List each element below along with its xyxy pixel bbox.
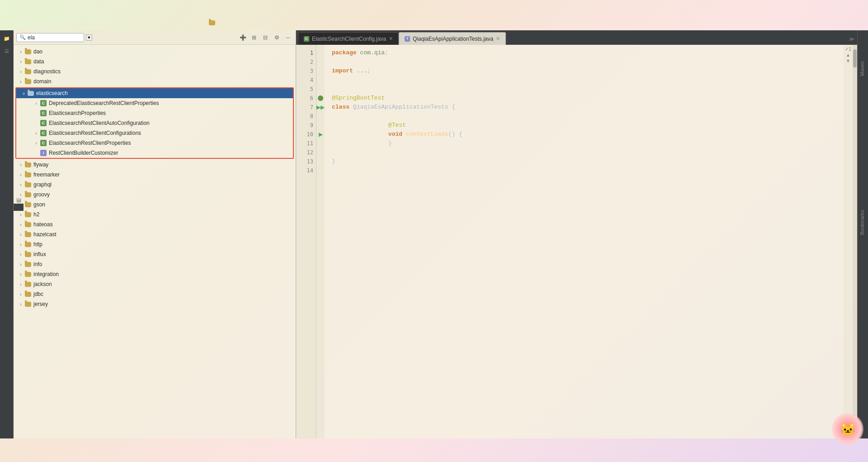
tree-item-groovy[interactable]: › groovy [14, 190, 296, 200]
expand-icon-h2[interactable]: › [17, 211, 24, 218]
tab-close-qiaqia-tests[interactable]: ✕ [496, 36, 500, 42]
code-line-12 [332, 148, 836, 157]
tree-item-hateoas[interactable]: › hateoas [14, 219, 296, 229]
tab-elastic-client-config[interactable]: C ElasticSearchClientConfig.java ✕ [298, 32, 399, 45]
file-tree[interactable]: › dao › data › diagnostics [14, 45, 296, 438]
tree-item-influx[interactable]: › influx [14, 249, 296, 259]
tree-item-domain[interactable]: › domain [14, 76, 296, 86]
tree-item-dao[interactable]: › dao [14, 47, 296, 57]
tree-label-client-props: ElasticsearchRestClientProperties [49, 140, 293, 146]
tree-item-flyway[interactable]: › flyway [14, 160, 296, 170]
vertical-scrollbar[interactable] [853, 45, 857, 438]
structure-button[interactable]: ☰ [1, 45, 13, 57]
tree-item-es-configs[interactable]: › C ElasticsearchRestClientConfiguration… [16, 128, 293, 138]
expand-icon-deprecated[interactable]: › [33, 100, 40, 107]
folder-icon-domain [24, 78, 32, 85]
expand-icon-configs[interactable]: › [33, 129, 40, 137]
tree-label-gson: gson [33, 201, 296, 208]
tree-item-graphql[interactable]: › graphql [14, 180, 296, 190]
expand-icon-data[interactable]: › [17, 58, 24, 65]
expand-icon-hateoas[interactable]: › [17, 221, 24, 228]
tree-item-diagnostics[interactable]: › diagnostics [14, 67, 296, 76]
tree-label-configs: ElasticsearchRestClientConfigurations [49, 130, 293, 136]
search-input[interactable] [28, 34, 64, 41]
editor-content[interactable]: 1 2 3 4 5 6 7 8 9 10 11 12 13 14 [296, 45, 857, 438]
tree-item-jackson[interactable]: › jackson [14, 279, 296, 289]
tabs-overflow-button[interactable]: ≫ [848, 35, 855, 43]
tree-item-info[interactable]: › info [14, 259, 296, 269]
maven-label[interactable]: Maven [858, 57, 868, 80]
expand-all-button[interactable]: ⊞ [249, 33, 259, 43]
search-input-container[interactable]: 🔍 [16, 33, 84, 42]
folder-icon-hateoas [24, 221, 32, 228]
expand-icon-jackson[interactable]: › [17, 281, 24, 288]
tree-item-jdbc[interactable]: › jdbc [14, 289, 296, 299]
tree-item-es-autoconfig[interactable]: › C ElasticsearchRestClientAutoConfigura… [16, 118, 293, 128]
collapse-all-button[interactable]: ⊟ [260, 33, 270, 43]
tree-item-elasticsearch[interactable]: ∨ elasticsearch [16, 88, 293, 98]
search-dropdown-button[interactable]: ▼ [86, 34, 92, 41]
run-test-icon[interactable]: ▶ [319, 131, 323, 138]
bookmarks-label[interactable]: Bookmarks [858, 206, 868, 238]
line-num-12: 12 [296, 148, 316, 157]
scroll-up-arrow[interactable]: ▲ [846, 52, 850, 57]
gutter-4 [316, 76, 325, 85]
expand-icon-freemarker[interactable]: › [17, 171, 24, 178]
tab-qiaqia-tests[interactable]: T QiaqiaEsApiApplicationTests.java ✕ [399, 32, 506, 45]
code-editor[interactable]: package com.qia; import ...; @SpringBoot… [325, 45, 844, 438]
tree-item-freemarker[interactable]: › freemarker [14, 170, 296, 180]
tab-test-icon: T [405, 36, 410, 42]
code-line-7: class QiaqiaEsApiApplicationTests { [332, 103, 836, 112]
project-view-button[interactable]: 📁 [1, 33, 13, 44]
expand-icon-http[interactable]: › [17, 241, 24, 248]
gutter-6: 🌿 [316, 94, 325, 103]
line-num-6: 6 [296, 94, 316, 103]
expand-icon-elasticsearch[interactable]: ∨ [20, 90, 27, 97]
tree-item-integration[interactable]: › integration [14, 269, 296, 279]
tab-label-qiaqia-tests: QiaqiaEsApiApplicationTests.java [413, 36, 493, 42]
structure-label[interactable]: 结构 [14, 204, 24, 211]
search-bar: 🔍 ▼ ➕ ⊞ ⊟ ⚙ ─ [14, 30, 296, 45]
tree-item-data[interactable]: › data [14, 57, 296, 67]
project-panel: 🔍 ▼ ➕ ⊞ ⊟ ⚙ ─ › dao [14, 30, 296, 438]
expand-icon-diagnostics[interactable]: › [17, 68, 24, 75]
folder-icon-dao [24, 48, 32, 55]
tree-item-es-properties[interactable]: › C ElasticsearchProperties [16, 108, 293, 118]
gutter-7: ▶▶ [316, 103, 325, 112]
expand-icon-client-props[interactable]: › [33, 139, 40, 147]
tree-item-http[interactable]: › http [14, 239, 296, 249]
tree-item-jersey[interactable]: › jersey [14, 299, 296, 309]
expand-icon-flyway[interactable]: › [17, 161, 24, 168]
tree-item-rest-client-builder[interactable]: › I RestClientBuilderCustomizer [16, 148, 293, 158]
run-gutter-icon[interactable]: ▶▶ [316, 104, 325, 110]
scrollbar-thumb[interactable] [853, 49, 857, 67]
folder-icon-info [24, 261, 32, 268]
tab-close-elastic-config[interactable]: ✕ [389, 36, 393, 42]
add-button[interactable]: ➕ [238, 33, 248, 43]
expand-icon-jersey[interactable]: › [17, 300, 24, 308]
class-icon-es-properties: C [40, 110, 47, 117]
tree-item-h2[interactable]: › h2 [14, 210, 296, 219]
tree-item-deprecated-elastic[interactable]: › C DeprecatedElasticsearchRestClientPro… [16, 98, 293, 108]
expand-icon-info[interactable]: › [17, 261, 24, 268]
close-panel-button[interactable]: ─ [283, 33, 293, 43]
settings-gear-button[interactable]: ⚙ [272, 33, 282, 43]
expand-icon-influx[interactable]: › [17, 251, 24, 258]
tree-item-gson[interactable]: › gson [14, 200, 296, 210]
scroll-down-arrow[interactable]: ▼ [846, 58, 850, 63]
expand-icon-hazelcast[interactable]: › [17, 231, 24, 238]
tree-label-diagnostics: diagnostics [33, 68, 296, 75]
tree-label-domain: domain [33, 78, 296, 85]
tree-item-hazelcast[interactable]: › hazelcast [14, 229, 296, 239]
tree-label-graphql: graphql [33, 181, 296, 188]
expand-icon-integration[interactable]: › [17, 271, 24, 278]
folder-icon-freemarker [24, 171, 32, 178]
expand-icon-jdbc[interactable]: › [17, 291, 24, 298]
tree-label-dao: dao [33, 48, 296, 55]
gutter-13 [316, 157, 325, 166]
expand-icon-dao[interactable]: › [17, 48, 24, 55]
expand-icon-groovy[interactable]: › [17, 191, 24, 198]
tree-item-es-client-props[interactable]: › C ElasticsearchRestClientProperties [16, 138, 293, 148]
expand-icon-domain[interactable]: › [17, 78, 24, 85]
expand-icon-graphql[interactable]: › [17, 181, 24, 188]
